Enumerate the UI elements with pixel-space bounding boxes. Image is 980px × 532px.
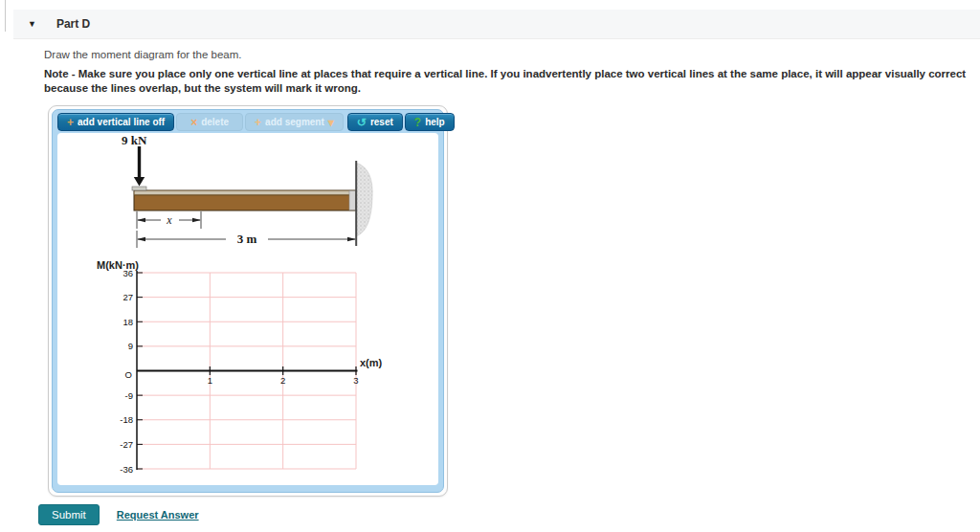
note-text: Note - Make sure you place only one vert… bbox=[44, 67, 977, 96]
y-tick-label: -36 bbox=[120, 464, 133, 475]
x-tick-label: 1 bbox=[208, 375, 212, 386]
help-question-icon: ? bbox=[414, 117, 421, 128]
x-tick-label: 2 bbox=[280, 375, 285, 386]
plus-icon: + bbox=[255, 117, 261, 128]
beam-end-cap bbox=[349, 191, 356, 211]
dimension-x: x bbox=[137, 211, 201, 229]
actions-row: Submit Request Answer bbox=[38, 504, 199, 525]
prompt-text: Draw the moment diagram for the beam. bbox=[44, 49, 241, 60]
help-label: help bbox=[425, 117, 445, 127]
y-tick-label: 27 bbox=[122, 292, 133, 302]
plus-icon: + bbox=[67, 117, 74, 128]
x-axis-title: x(m) bbox=[360, 357, 383, 368]
y-tick-label: 18 bbox=[122, 317, 133, 327]
dimension-length: 3 m bbox=[137, 231, 356, 248]
moment-graph[interactable]: 3627189O-9-18-27-36123M(kN·m)x(m) bbox=[97, 259, 383, 475]
beam-and-graph-figure: 9 kN x bbox=[57, 133, 438, 485]
add-vertical-line-button[interactable]: + add vertical line off bbox=[57, 113, 174, 131]
add-segment-label: add segment bbox=[265, 117, 324, 127]
x-tick-label: 3 bbox=[353, 375, 358, 386]
length-dimension-label: 3 m bbox=[237, 232, 257, 246]
chevron-down-icon: ▾ bbox=[328, 117, 334, 128]
toolbar: + add vertical line off × delete + add s… bbox=[57, 112, 438, 133]
add-vertical-line-label: add vertical line off bbox=[78, 117, 165, 127]
submit-button[interactable]: Submit bbox=[38, 504, 100, 525]
page-edge-line bbox=[5, 0, 6, 32]
wall-support bbox=[356, 163, 372, 236]
request-answer-link[interactable]: Request Answer bbox=[117, 509, 199, 521]
y-tick-label: 9 bbox=[128, 341, 133, 351]
help-button[interactable]: ? help bbox=[405, 113, 455, 131]
reset-label: reset bbox=[370, 117, 393, 127]
delete-x-icon: × bbox=[190, 117, 197, 128]
force-arrow-head bbox=[134, 177, 145, 187]
reset-button[interactable]: ↺ reset bbox=[347, 113, 403, 131]
load-plate bbox=[132, 187, 146, 190]
force-label: 9 kN bbox=[122, 133, 147, 147]
y-tick-label: -9 bbox=[125, 390, 133, 401]
y-tick-label: -18 bbox=[120, 414, 133, 425]
diagram-canvas[interactable]: 9 kN x bbox=[57, 133, 438, 485]
y-tick-label: -27 bbox=[120, 439, 133, 450]
beam-diagram: 9 kN bbox=[122, 133, 372, 246]
part-title: Part D bbox=[56, 17, 90, 31]
x-dimension-label: x bbox=[166, 213, 172, 227]
drawing-tool-inner: + add vertical line off × delete + add s… bbox=[52, 109, 444, 493]
reset-icon: ↺ bbox=[357, 117, 367, 128]
wall-face-line bbox=[355, 161, 357, 246]
collapse-caret-icon[interactable]: ▼ bbox=[28, 19, 36, 29]
y-axis-title: M(kN·m) bbox=[97, 259, 139, 271]
page: ▼ Part D Draw the moment diagram for the… bbox=[0, 0, 980, 532]
delete-label: delete bbox=[201, 117, 229, 127]
part-header[interactable]: ▼ Part D bbox=[13, 10, 980, 39]
origin-label: O bbox=[125, 369, 132, 380]
add-segment-button[interactable]: + add segment ▾ bbox=[245, 113, 344, 131]
delete-button[interactable]: × delete bbox=[176, 113, 243, 131]
beam-top-flange bbox=[135, 191, 356, 195]
drawing-tool-panel: + add vertical line off × delete + add s… bbox=[48, 105, 448, 497]
